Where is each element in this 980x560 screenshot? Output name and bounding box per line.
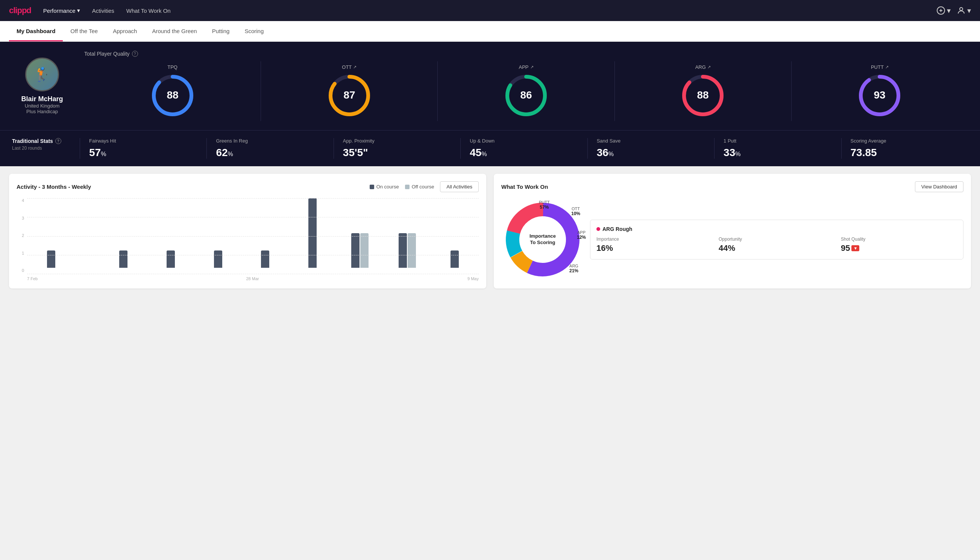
- user-menu[interactable]: ▾: [957, 6, 971, 15]
- work-on-title: What To Work On: [501, 183, 548, 190]
- nav-right: ▾ ▾: [937, 6, 971, 15]
- bar-on-course: [47, 250, 55, 268]
- tpq-circles: TPQ 88 OTT ↗ 87: [84, 61, 968, 121]
- bar-group-9: [337, 233, 383, 268]
- donut-center-label: ImportanceTo Scoring: [529, 233, 556, 246]
- stat-greens-in-reg: Greens In Reg 62%: [206, 138, 333, 159]
- stat-scoring-average: Scoring Average 73.85: [841, 138, 968, 159]
- hero-top: 🏌️ Blair McHarg United Kingdom Plus Hand…: [12, 51, 968, 121]
- score-putt: PUTT ↗ 93: [791, 61, 968, 121]
- info-card-title: ARG Rough: [596, 226, 957, 232]
- metric-opportunity: Opportunity 44%: [719, 237, 835, 253]
- legend-off-course: Off course: [405, 184, 434, 190]
- shot-quality-badge: ▼: [851, 245, 859, 251]
- bar-off-course: [360, 233, 369, 268]
- nav-performance[interactable]: Performance ▾: [43, 7, 80, 14]
- bar-group-3: [101, 250, 146, 268]
- metric-shot-quality: Shot Quality 95 ▼: [841, 237, 957, 253]
- stat-fairways-hit: Fairways Hit 57%: [80, 138, 206, 159]
- bar-group-1: [28, 250, 74, 268]
- score-app-label: APP ↗: [519, 64, 534, 70]
- brand-logo[interactable]: clippd: [9, 6, 31, 15]
- bar-group-5: [196, 250, 241, 268]
- arg-info-card: ARG Rough Importance 16% Opportunity 44%: [590, 220, 963, 260]
- score-putt-label: PUTT ↗: [871, 64, 888, 70]
- score-app: APP ↗ 86: [438, 61, 614, 121]
- bar-on-course: [214, 250, 222, 268]
- svg-text:93: 93: [874, 89, 885, 101]
- trad-stats-grid: Fairways Hit 57% Greens In Reg 62% App. …: [80, 138, 968, 159]
- x-label-feb: 7 Feb: [27, 277, 38, 281]
- stat-1-putt: 1 Putt 33%: [714, 138, 841, 159]
- trad-label-col: Traditional Stats ? Last 20 rounds: [12, 138, 80, 151]
- score-tpq-label: TPQ: [167, 64, 178, 70]
- avatar: 🏌️: [25, 58, 59, 92]
- trad-subtitle: Last 20 rounds: [12, 145, 80, 151]
- donut-label-ott: OTT 10%: [571, 207, 580, 216]
- activity-card-header: Activity - 3 Months - Weekly On course O…: [17, 181, 479, 192]
- tab-around-the-green[interactable]: Around the Green: [145, 21, 204, 42]
- donut-label-arg: ARG 21%: [569, 263, 578, 273]
- trad-help-icon[interactable]: ?: [55, 138, 61, 144]
- donut-label-app: APP 12%: [577, 230, 586, 240]
- svg-text:87: 87: [343, 89, 355, 101]
- activity-card: Activity - 3 Months - Weekly On course O…: [9, 174, 486, 288]
- add-button[interactable]: ▾: [937, 6, 951, 15]
- info-metrics: Importance 16% Opportunity 44% Shot Qual…: [596, 237, 957, 253]
- bar-on-course: [166, 250, 175, 268]
- tab-off-the-tee[interactable]: Off the Tee: [63, 21, 105, 42]
- stat-sand-save: Sand Save 36%: [587, 138, 714, 159]
- nav-left: clippd Performance ▾ Activities What To …: [9, 6, 171, 15]
- score-arg-label: ARG ↗: [695, 64, 711, 70]
- legend-on-course: On course: [369, 184, 399, 190]
- player-info: 🏌️ Blair McHarg United Kingdom Plus Hand…: [12, 58, 72, 114]
- tab-putting[interactable]: Putting: [205, 21, 237, 42]
- tab-approach[interactable]: Approach: [105, 21, 145, 42]
- bar-chart: 4 3 2 1 0: [17, 198, 479, 281]
- bar-on-course: [451, 250, 459, 268]
- bottom-section: Activity - 3 Months - Weekly On course O…: [0, 166, 980, 296]
- tpq-help-icon[interactable]: ?: [132, 51, 138, 57]
- traditional-stats-section: Traditional Stats ? Last 20 rounds Fairw…: [0, 130, 980, 166]
- off-course-dot: [405, 185, 409, 189]
- nav-what-to-work-on[interactable]: What To Work On: [126, 8, 171, 14]
- info-card-dot: [596, 227, 600, 231]
- svg-text:88: 88: [166, 89, 178, 101]
- donut-section: ImportanceTo Scoring PUTT 57% OTT 10% AP…: [501, 198, 963, 281]
- activity-card-title: Activity - 3 Months - Weekly: [17, 183, 91, 190]
- all-activities-button[interactable]: All Activities: [440, 181, 479, 192]
- x-label-mar: 28 Mar: [246, 277, 259, 281]
- bar-group-10: [385, 233, 430, 268]
- svg-text:88: 88: [697, 89, 709, 101]
- tpq-title: Total Player Quality ?: [84, 51, 968, 57]
- tab-scoring[interactable]: Scoring: [237, 21, 271, 42]
- score-tpq: TPQ 88: [84, 61, 261, 121]
- score-ott: OTT ↗ 87: [261, 61, 438, 121]
- donut-label-putt: PUTT 57%: [539, 200, 550, 210]
- work-on-card-header: What To Work On View Dashboard: [501, 181, 963, 192]
- tab-my-dashboard[interactable]: My Dashboard: [9, 21, 63, 42]
- on-course-dot: [369, 185, 374, 189]
- chevron-down-icon: ▾: [77, 7, 80, 14]
- bar-group-4: [148, 250, 193, 268]
- tabs-bar: My Dashboard Off the Tee Approach Around…: [0, 21, 980, 42]
- stat-app-proximity: App. Proximity 35'5": [334, 138, 460, 159]
- bar-group-11: [432, 250, 477, 268]
- nav-activities[interactable]: Activities: [92, 8, 114, 14]
- bar-on-course: [119, 250, 128, 268]
- score-arg: ARG ↗ 88: [614, 61, 791, 121]
- activity-legend: On course Off course: [369, 184, 434, 190]
- bar-on-course: [308, 198, 317, 268]
- bar-on-course: [399, 233, 407, 268]
- bar-on-course: [351, 233, 359, 268]
- chevron-down-icon: ▾: [947, 6, 951, 15]
- view-dashboard-button[interactable]: View Dashboard: [915, 181, 963, 192]
- trad-title: Traditional Stats ?: [12, 138, 80, 144]
- chevron-down-icon: ▾: [967, 6, 971, 15]
- score-ott-label: OTT ↗: [342, 64, 356, 70]
- bar-group-6: [243, 250, 288, 268]
- player-country: United Kingdom: [25, 103, 60, 109]
- svg-point-3: [960, 8, 963, 10]
- svg-text:86: 86: [520, 89, 532, 101]
- stat-up-down: Up & Down 45%: [460, 138, 587, 159]
